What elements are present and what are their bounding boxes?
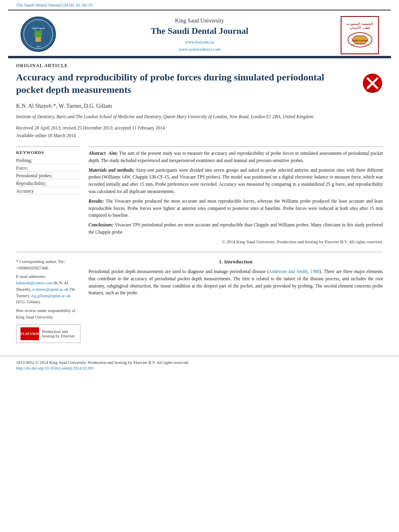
abstract-column: Abstract Aim: The aim of the present stu… [88, 146, 383, 245]
affiliation-text: Institute of Dentistry, Barts and The Lo… [16, 113, 383, 120]
section-divider-1 [16, 252, 383, 252]
website2-link[interactable]: www.sciencedirect.com [179, 47, 221, 51]
email-line: E-mail addresses: kshayeb@yahoo.com (K.N… [16, 273, 80, 305]
keyword-item-1: Probing; [16, 158, 80, 164]
website1-link[interactable]: www.ksu.edu.sa [185, 39, 214, 44]
svg-text:DENTAL SOCIETY: DENTAL SOCIETY [352, 43, 368, 45]
authors-line: K.N. Al Shayeb *, W. Turner, D.G. Gillam [16, 103, 383, 109]
email-shayeb[interactable]: kshayeb@yahoo.com [16, 281, 52, 285]
university-logo-right: الجمعية السعوديةلطب الأسنان THE SAUDI DE… [341, 16, 379, 54]
footer-issn: 1013-9052 © 2014 King Saud University. P… [16, 360, 383, 365]
conclusions-label: Conclusions: [88, 222, 114, 227]
crossmark-badge: CrossMark [362, 73, 383, 95]
journal-header: جامعة الملك سعود 1957 King Saud Universi… [8, 10, 391, 57]
email-turner[interactable]: w.turner@qmul.ac.uk [32, 287, 69, 292]
website-links: www.ksu.edu.sa www.sciencedirect.com [66, 39, 333, 53]
main-content: ORIGINAL ARTICLE Accuracy and reproducib… [0, 58, 399, 347]
abstract-label: Abstract [88, 151, 108, 156]
keywords-title: KEYWORDS [16, 150, 80, 155]
crossmark-icon: CrossMark [362, 73, 383, 94]
email-gillam[interactable]: d.g.gillam@qmul.ac.uk [31, 294, 71, 298]
page: The Saudi Dental Journal (2014) 26, 50–5… [0, 0, 399, 532]
aim-label: Aim: [108, 151, 118, 156]
dental-society-emblem: THE SAUDI DENTAL SOCIETY [346, 31, 374, 49]
university-seal-svg: جامعة الملك سعود 1957 [20, 16, 56, 52]
abstract-text: Abstract Aim: The aim of the present stu… [88, 150, 383, 245]
introduction-text: Periodontal pocket depth measurements ar… [88, 268, 383, 297]
dental-society-logo: الجمعية السعوديةلطب الأسنان THE SAUDI DE… [341, 16, 379, 54]
abstract-copyright: © 2014 King Saud University. Production … [88, 238, 383, 245]
keywords-column: KEYWORDS Probing; Force; Periodontal pro… [16, 146, 80, 245]
article-title: Accuracy and reproducibility of probe fo… [16, 71, 330, 96]
conclusions-text: Vivacare TPS periodontal probes are more… [88, 222, 383, 234]
footnotes-column: * Corresponding author. Tel.: +009665039… [16, 259, 80, 343]
article-type: ORIGINAL ARTICLE [16, 63, 383, 68]
elsevier-box: ELSEVIER Production and hosting by Elsev… [16, 325, 80, 343]
aim-text: The aim of the present study was to meas… [88, 151, 383, 163]
keyword-item-2: Force; [16, 166, 80, 172]
peer-review-note: Peer review under responsibility of King… [16, 308, 80, 320]
university-name: King Saud University [66, 18, 333, 24]
header-center: King Saud University The Saudi Dental Jo… [58, 14, 341, 56]
dates-block: Received 28 April 2013; revised 25 Decem… [16, 124, 383, 140]
footer-doi: http://dx.doi.org/10.1016/j.sdentj.2014.… [16, 366, 383, 370]
page-footer: 1013-9052 © 2014 King Saud University. P… [0, 356, 399, 373]
introduction-title: 1. Introduction [88, 259, 383, 265]
arabic-text: الجمعية السعوديةلطب الأسنان [346, 22, 373, 30]
keyword-item-5: Accuracy [16, 189, 80, 195]
doi-link[interactable]: http://dx.doi.org/10.1016/j.sdentj.2014.… [16, 366, 94, 370]
elsevier-tagline: Production and hosting by Elsevier [42, 329, 76, 338]
keyword-item-4: Reproducibility; [16, 181, 80, 187]
citation-text: The Saudi Dental Journal (2014) 26, 50–5… [16, 2, 93, 7]
bottom-section: * Corresponding author. Tel.: +009665039… [16, 259, 383, 343]
journal-name: The Saudi Dental Journal [66, 26, 333, 36]
keywords-abstract-section: KEYWORDS Probing; Force; Periodontal pro… [16, 146, 383, 245]
mm-label: Materials and methods: [88, 168, 135, 173]
university-logo-left: جامعة الملك سعود 1957 [20, 16, 58, 54]
svg-text:CrossMark: CrossMark [366, 90, 378, 92]
top-citation-bar: The Saudi Dental Journal (2014) 26, 50–5… [0, 0, 399, 10]
anderson-smith-link[interactable]: Anderson and Smith, 1988 [269, 269, 319, 274]
introduction-column: 1. Introduction Periodontal pocket depth… [88, 259, 383, 343]
svg-text:جامعة الملك: جامعة الملك [31, 27, 45, 30]
authors-text: K.N. Al Shayeb *, W. Turner, D.G. Gillam [16, 103, 112, 109]
elsevier-logo: ELSEVIER [21, 327, 39, 340]
corresponding-author: * Corresponding author. Tel.: +009665039… [16, 259, 80, 271]
results-label: Results: [88, 199, 104, 203]
keyword-item-3: Periodontal probes; [16, 173, 80, 179]
svg-text:THE SAUDI: THE SAUDI [352, 39, 368, 42]
available-online: Available online 18 March 2014 [16, 133, 76, 138]
corresponding-text: * Corresponding author. Tel.: +009665039… [16, 259, 66, 270]
svg-text:1957: 1957 [36, 45, 41, 48]
results-text: The Vivacare probe produced the most acc… [88, 199, 383, 218]
received-dates: Received 28 April 2013; revised 25 Decem… [16, 125, 165, 130]
